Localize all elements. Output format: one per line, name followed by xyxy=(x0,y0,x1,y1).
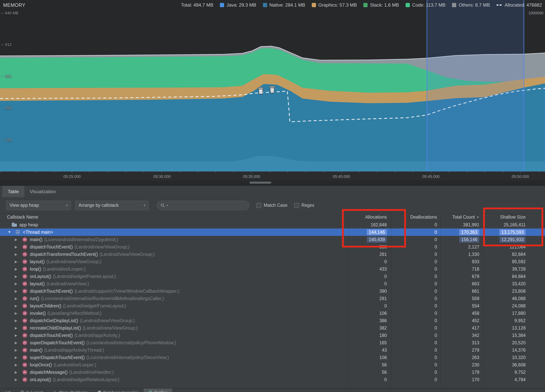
expand-icon[interactable]: ▶ xyxy=(15,355,22,360)
statusbar-item-database-inspector[interactable]: Database Inspector xyxy=(93,388,144,392)
table-row[interactable]: ▶onLayout()(Landroid/widget/FrameLayout;… xyxy=(0,273,545,280)
legend-item: Java: 29.3 MB xyxy=(220,2,256,8)
expand-icon[interactable]: ▶ xyxy=(15,341,22,345)
dealloc-cell: 0 xyxy=(391,229,440,236)
expand-icon[interactable]: ▶ xyxy=(15,319,22,323)
table-row[interactable]: ▼<Thread main>144,1460170,36313,175,593 xyxy=(0,229,545,236)
callstack-name-cell: ▶dispatchGetDisplayList()(Landroid/view/… xyxy=(0,317,348,324)
expand-icon[interactable]: ▶ xyxy=(15,267,22,271)
alloc-cell: 0 xyxy=(348,376,391,383)
column-header-deallocations[interactable]: Deallocations xyxy=(391,213,440,221)
expand-icon[interactable]: ▶ xyxy=(15,378,22,382)
tab-visualization[interactable]: Visualization xyxy=(24,186,61,197)
search-input[interactable] xyxy=(169,203,246,208)
callstack-name: invoke() xyxy=(30,311,46,316)
y-axis-label: 640 MB xyxy=(1,11,19,15)
expand-icon[interactable]: ▶ xyxy=(15,282,22,286)
callstack-package: (Landroid/view/ViewGroup;) xyxy=(100,252,155,257)
alloc-cell: 0 xyxy=(348,280,391,287)
table-row[interactable]: ▶dispatchMessage()(Landroid/os/Handler;)… xyxy=(0,368,545,376)
shallow-cell: 15,384 xyxy=(483,332,545,339)
table-row[interactable]: ▶superDispatchTouchEvent()(Lcom/android/… xyxy=(0,339,545,346)
arrange-dropdown[interactable]: Arrange by callstack ▾ xyxy=(75,201,149,210)
expand-icon[interactable]: ▶ xyxy=(15,289,22,293)
statusbar-item-profiler[interactable]: Profiler xyxy=(144,388,172,392)
collapse-icon[interactable]: ▼ xyxy=(8,230,15,234)
expand-icon[interactable]: ▶ xyxy=(15,326,22,330)
table-row[interactable]: ▶onLayout()(Landroid/widget/RelativeLayo… xyxy=(0,376,545,383)
shallow-cell: 17,880 xyxy=(483,310,545,317)
expand-icon[interactable]: ▶ xyxy=(15,311,22,315)
search-options-icon[interactable]: ▾ xyxy=(167,204,168,207)
legend-label: Total: 494.7 MB xyxy=(181,2,213,8)
chart-scrollbar[interactable] xyxy=(0,180,545,184)
right-axis-label: 1000000 xyxy=(528,11,544,15)
expand-icon[interactable]: ▶ xyxy=(15,297,22,301)
table-row[interactable]: ▶invoke()(Ljava/lang/reflect/Method;)106… xyxy=(0,310,545,317)
table-row[interactable]: ▶layout()(Landroid/view/ViewGroup;)00933… xyxy=(0,258,545,265)
expand-icon[interactable]: ▶ xyxy=(15,333,22,337)
legend-label: Stack: 1.6 MB xyxy=(370,2,399,8)
table-row[interactable]: ▶loop()(Landroid/os/Looper;)433071839,72… xyxy=(0,265,545,273)
legend-label: Java: 29.3 MB xyxy=(226,2,256,8)
total-cell: 313 xyxy=(440,339,483,346)
table-row[interactable]: ▶main()(Lcom/android/internal/os/ZygoteI… xyxy=(0,236,545,243)
scrollbar-thumb[interactable] xyxy=(249,181,271,184)
search-box[interactable]: ▾ xyxy=(157,201,249,210)
expand-icon[interactable]: ▶ xyxy=(15,245,22,249)
tab-table[interactable]: Table xyxy=(2,186,24,197)
table-row[interactable]: ▶loopOnce()(Landroid/os/Looper;)56023036… xyxy=(0,361,545,368)
table-row[interactable]: ▶superDispatchTouchEvent()(Lcom/android/… xyxy=(0,354,545,361)
table-row[interactable]: ▶dispatchTouchEvent()(Landroid/app/Activ… xyxy=(0,332,545,339)
table-row[interactable]: ▶layoutChildren()(Landroid/widget/FrameL… xyxy=(0,302,545,310)
method-icon xyxy=(22,281,28,286)
statusbar-label: Blaze Problems xyxy=(59,390,87,392)
total-cell: 661 xyxy=(440,287,483,295)
statusbar-item-6-logcat[interactable]: 6: Logcat xyxy=(16,388,48,392)
method-icon xyxy=(22,259,28,264)
table-row[interactable]: app heap162,8480381,99125,165,411 xyxy=(0,221,545,229)
callstack-name-cell: ▶dispatchTouchEvent()(Landroid/support/v… xyxy=(0,287,348,295)
shallow-cell: 46,088 xyxy=(483,295,545,302)
statusbar-item-nal[interactable]: nal xyxy=(0,388,16,392)
expand-icon[interactable]: ▶ xyxy=(15,252,22,256)
expand-icon[interactable]: ▶ xyxy=(15,238,22,242)
table-row[interactable]: ▶dispatchTransformedTouchEvent()(Landroi… xyxy=(0,251,545,258)
table-row[interactable]: ▶dispatchTouchEvent()(Landroid/support/v… xyxy=(0,287,545,295)
memory-chart[interactable] xyxy=(0,0,545,171)
regex-checkbox[interactable]: Regex xyxy=(294,203,314,208)
match-case-checkbox[interactable]: Match Case xyxy=(256,203,288,208)
shallow-cell: 13,128 xyxy=(483,324,545,332)
table-row[interactable]: ▶dispatchGetDisplayList()(Landroid/view/… xyxy=(0,317,545,324)
callstack-name-cell: ▶recreateChildDisplayList()(Landroid/vie… xyxy=(0,324,348,332)
callstack-package: (Ljava/lang/reflect/Method;) xyxy=(48,311,102,316)
table-row[interactable]: ▶main()(Landroid/app/ActivityThread;)430… xyxy=(0,346,545,354)
range-selection[interactable] xyxy=(427,0,524,171)
table-row[interactable]: ▶layout()(Landroid/view/View;)0066333,42… xyxy=(0,280,545,287)
callstack-name-cell: app heap xyxy=(0,221,348,229)
column-header-callstack-name[interactable]: Callstack Name xyxy=(0,213,348,221)
expand-icon[interactable]: ▶ xyxy=(15,260,22,264)
total-cell: 279 xyxy=(440,346,483,354)
dealloc-cell: 0 xyxy=(391,376,440,383)
table-row[interactable]: ▶dispatchTouchEvent()(Landroid/view/View… xyxy=(0,243,545,251)
heap-dropdown[interactable]: View app heap ▾ xyxy=(6,201,71,210)
shallow-cell: 36,608 xyxy=(483,361,545,368)
column-header-total-count[interactable]: Total Count▼ xyxy=(440,213,483,221)
legend-label: Native: 284.1 MB xyxy=(269,2,305,8)
expand-icon[interactable]: ▶ xyxy=(15,274,22,279)
expand-icon[interactable]: ▶ xyxy=(15,363,22,367)
expand-icon[interactable]: ▶ xyxy=(15,370,22,374)
method-icon xyxy=(22,244,28,250)
expand-icon[interactable]: ▶ xyxy=(15,304,22,308)
table-toolbar: View app heap ▾ Arrange by callstack ▾ ▾… xyxy=(0,198,545,213)
method-icon xyxy=(22,296,28,301)
expand-icon[interactable]: ▶ xyxy=(15,348,22,352)
table-row[interactable]: ▶recreateChildDisplayList()(Landroid/vie… xyxy=(0,324,545,332)
column-header-shallow-size[interactable]: Shallow Size xyxy=(483,213,545,221)
column-header-allocations[interactable]: Allocations xyxy=(348,213,391,221)
total-cell: 2,127 xyxy=(440,243,483,251)
table-row[interactable]: ▶run()(Lcom/android/internal/os/RuntimeI… xyxy=(0,295,545,302)
statusbar-item-blaze-problems[interactable]: Blaze Problems xyxy=(48,388,93,392)
gc-event-icon xyxy=(269,86,275,93)
